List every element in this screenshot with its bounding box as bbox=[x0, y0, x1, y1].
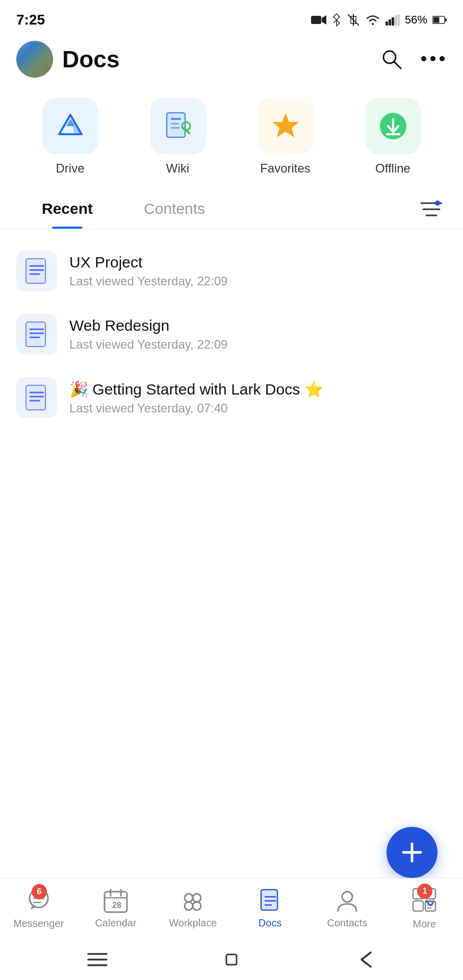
battery-text: 56% bbox=[405, 13, 427, 27]
doc-name-0: UX Project bbox=[69, 254, 447, 271]
recent-apps-button[interactable] bbox=[298, 946, 432, 973]
nav-item-workplace[interactable]: Workplace bbox=[167, 888, 218, 929]
doc-meta-2: Last viewed Yesterday, 07:40 bbox=[69, 401, 447, 415]
doc-item-1[interactable]: Web Redesign Last viewed Yesterday, 22:0… bbox=[0, 303, 463, 366]
svg-rect-6 bbox=[392, 17, 394, 26]
wifi-icon bbox=[365, 14, 380, 26]
home-icon bbox=[220, 948, 243, 971]
more-button[interactable] bbox=[419, 54, 447, 65]
battery-icon bbox=[432, 15, 447, 24]
svg-rect-24 bbox=[171, 127, 180, 129]
system-bar bbox=[0, 939, 463, 980]
filter-icon bbox=[420, 200, 443, 218]
nav-item-docs[interactable]: Docs bbox=[245, 888, 296, 929]
favorites-label: Favorites bbox=[260, 161, 311, 176]
svg-line-13 bbox=[394, 62, 401, 68]
search-button[interactable] bbox=[377, 45, 405, 74]
tab-contents[interactable]: Contents bbox=[118, 191, 230, 229]
calendar-icon: 28 bbox=[102, 888, 129, 914]
quick-item-wiki[interactable]: Wiki bbox=[150, 98, 206, 176]
menu-icon bbox=[86, 951, 109, 968]
svg-point-16 bbox=[440, 56, 445, 61]
nav-label-calendar: Calendar bbox=[95, 917, 136, 929]
wiki-icon-wrap bbox=[150, 98, 206, 154]
drive-label: Drive bbox=[56, 161, 84, 176]
wiki-label: Wiki bbox=[166, 161, 189, 176]
svg-point-14 bbox=[421, 56, 426, 61]
download-icon bbox=[378, 111, 408, 141]
plus-icon bbox=[399, 840, 425, 865]
messenger-badge: 6 bbox=[32, 884, 47, 899]
doc-info-0: UX Project Last viewed Yesterday, 22:09 bbox=[69, 254, 447, 288]
svg-point-60 bbox=[342, 892, 352, 902]
nav-label-messenger: Messenger bbox=[13, 918, 64, 929]
svg-point-54 bbox=[193, 902, 201, 910]
header-actions bbox=[377, 45, 447, 74]
doc-icon-ux bbox=[16, 251, 57, 291]
doc-icon bbox=[25, 384, 48, 411]
page-title: Docs bbox=[62, 45, 119, 73]
nav-item-more[interactable]: 1 More bbox=[399, 887, 450, 930]
svg-rect-10 bbox=[445, 18, 447, 21]
drive-icon bbox=[55, 111, 86, 141]
quick-item-drive[interactable]: Drive bbox=[42, 98, 98, 176]
doc-name-1: Web Redesign bbox=[69, 317, 447, 334]
doc-icon bbox=[25, 258, 48, 284]
nav-label-docs: Docs bbox=[259, 917, 282, 929]
nav-item-messenger[interactable]: 6 Messenger bbox=[13, 887, 64, 929]
svg-rect-0 bbox=[311, 16, 321, 24]
home-button[interactable] bbox=[165, 946, 299, 973]
doc-item-0[interactable]: UX Project Last viewed Yesterday, 22:09 bbox=[0, 239, 463, 303]
status-icons: 56% bbox=[311, 13, 447, 27]
status-bar: 7:25 56% bbox=[0, 0, 463, 36]
tabs-section: Recent Contents bbox=[0, 191, 463, 229]
svg-point-52 bbox=[193, 894, 201, 902]
svg-text:28: 28 bbox=[112, 901, 121, 910]
nav-item-calendar[interactable]: 28 Calendar bbox=[90, 888, 141, 929]
nav-label-more: More bbox=[413, 918, 436, 930]
contacts-icon bbox=[334, 888, 361, 914]
favorites-icon-wrap bbox=[258, 98, 314, 154]
doc-name-2: 🎉 Getting Started with Lark Docs ⭐ bbox=[69, 380, 447, 398]
tab-recent[interactable]: Recent bbox=[16, 191, 118, 229]
svg-line-2 bbox=[333, 20, 337, 23]
filter-button[interactable] bbox=[416, 196, 447, 224]
docs-icon bbox=[257, 888, 284, 914]
header: Docs bbox=[0, 36, 463, 88]
mute-icon bbox=[347, 13, 360, 27]
svg-rect-36 bbox=[25, 258, 46, 284]
quick-item-favorites[interactable]: Favorites bbox=[258, 98, 314, 176]
doc-item-2[interactable]: 🎉 Getting Started with Lark Docs ⭐ Last … bbox=[0, 366, 463, 429]
svg-rect-5 bbox=[389, 19, 391, 26]
signal-icon bbox=[385, 14, 400, 26]
bluetooth-icon bbox=[331, 13, 342, 27]
svg-point-53 bbox=[185, 902, 193, 910]
wiki-icon bbox=[163, 111, 193, 141]
back-button[interactable] bbox=[31, 949, 165, 970]
svg-marker-19 bbox=[59, 134, 82, 141]
doc-info-1: Web Redesign Last viewed Yesterday, 22:0… bbox=[69, 317, 447, 352]
quick-access: Drive Wiki Favorites bbox=[0, 88, 463, 191]
quick-item-offline[interactable]: Offline bbox=[365, 98, 421, 176]
avatar[interactable] bbox=[16, 41, 53, 78]
doc-info-2: 🎉 Getting Started with Lark Docs ⭐ Last … bbox=[69, 380, 447, 415]
fab-create-button[interactable] bbox=[387, 827, 438, 878]
svg-rect-11 bbox=[433, 17, 440, 23]
doc-meta-1: Last viewed Yesterday, 22:09 bbox=[69, 337, 447, 352]
svg-point-15 bbox=[430, 56, 435, 61]
svg-rect-39 bbox=[25, 321, 46, 348]
star-icon bbox=[270, 111, 301, 141]
svg-rect-8 bbox=[398, 14, 400, 26]
nav-label-workplace: Workplace bbox=[169, 917, 217, 929]
svg-rect-22 bbox=[171, 118, 181, 120]
more-icon bbox=[421, 56, 445, 62]
nav-item-contacts[interactable]: Contacts bbox=[322, 888, 373, 929]
svg-rect-7 bbox=[395, 15, 397, 26]
back-icon bbox=[356, 948, 375, 971]
svg-point-51 bbox=[185, 894, 193, 902]
drive-icon-wrap bbox=[42, 98, 98, 154]
svg-rect-55 bbox=[261, 890, 277, 910]
record-icon bbox=[311, 14, 326, 26]
tabs: Recent Contents bbox=[16, 191, 416, 229]
svg-rect-68 bbox=[226, 954, 237, 965]
